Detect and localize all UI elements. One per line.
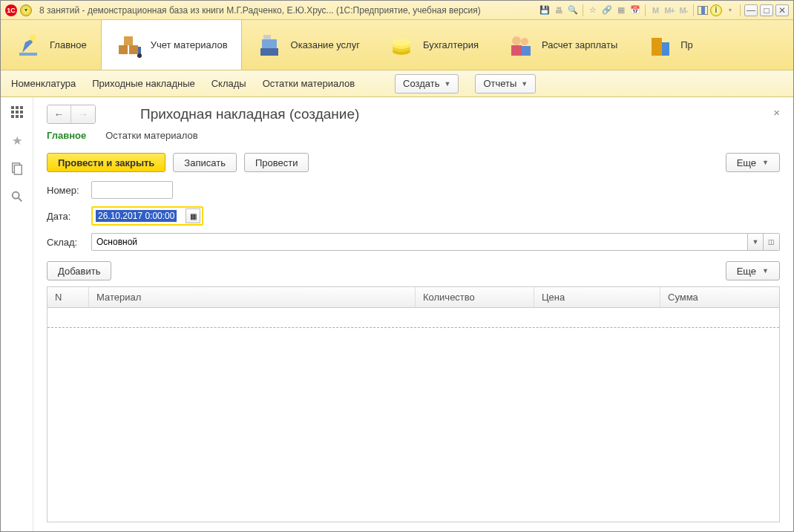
tab-main[interactable]: Главное xyxy=(47,130,86,144)
svg-point-22 xyxy=(12,192,19,199)
tab-balances[interactable]: Остатки материалов xyxy=(105,130,197,144)
ribbon-services[interactable]: Оказание услуг xyxy=(242,20,374,70)
dropdown-icon[interactable]: ▼ xyxy=(747,233,764,251)
m-plus-icon[interactable]: M+ xyxy=(663,4,675,16)
favorite-icon[interactable]: ☆ xyxy=(587,4,599,16)
svg-rect-3 xyxy=(129,45,138,54)
sections-menu-icon[interactable] xyxy=(10,105,24,119)
col-sum[interactable]: Сумма xyxy=(660,287,779,307)
table-more-button[interactable]: Еще▼ xyxy=(726,261,780,280)
open-ref-icon[interactable]: ◫ xyxy=(764,233,780,251)
history-icon[interactable] xyxy=(10,161,24,176)
calendar-picker-icon[interactable]: ▦ xyxy=(186,208,200,223)
svg-point-14 xyxy=(512,36,521,45)
calc-icon[interactable]: ▦ xyxy=(615,4,627,16)
svg-rect-8 xyxy=(262,39,277,48)
info-dropdown-icon[interactable]: ▾ xyxy=(724,4,736,16)
form-toolbar: Провести и закрыть Записать Провести Еще… xyxy=(47,153,780,172)
svg-rect-4 xyxy=(124,36,133,45)
nav-forward-button[interactable]: → xyxy=(71,105,95,123)
date-label: Дата: xyxy=(47,211,84,222)
window-title: 8 занятий - демонстрационная база из кни… xyxy=(39,5,481,16)
command-bar: Номенклатура Приходные накладные Склады … xyxy=(1,70,793,97)
ribbon-label: Бухгалтерия xyxy=(423,39,479,50)
col-n[interactable]: N xyxy=(47,287,89,307)
calendar-icon[interactable]: 📅 xyxy=(629,4,641,16)
warehouse-input[interactable] xyxy=(91,233,747,251)
svg-rect-0 xyxy=(19,53,37,56)
desk-lamp-icon xyxy=(14,31,42,59)
m-icon[interactable]: M xyxy=(649,4,661,16)
reports-dropdown[interactable]: Отчеты▼ xyxy=(475,74,536,93)
svg-line-23 xyxy=(18,198,22,202)
caret-down-icon: ▼ xyxy=(762,267,769,275)
save-button[interactable]: Записать xyxy=(173,153,237,172)
ribbon-label: Оказание услуг xyxy=(291,39,360,50)
svg-rect-16 xyxy=(511,45,522,56)
col-quantity[interactable]: Количество xyxy=(416,287,534,307)
svg-rect-17 xyxy=(522,46,531,56)
form-fields: Номер: Дата: 26.10.2017 0:00:00 ▦ Склад: xyxy=(47,181,780,251)
favorites-icon[interactable] xyxy=(10,133,24,148)
grid-body[interactable] xyxy=(47,308,779,522)
warehouse-label: Склад: xyxy=(47,237,84,248)
cmd-warehouses[interactable]: Склады xyxy=(211,78,246,89)
cmd-balances[interactable]: Остатки материалов xyxy=(263,78,355,89)
maximize-button[interactable]: □ xyxy=(760,4,773,16)
section-ribbon: Главное Учет материалов Оказание услуг Б… xyxy=(1,20,793,70)
info-icon[interactable]: i xyxy=(710,4,722,16)
ribbon-enterprise[interactable]: Пр xyxy=(631,20,707,70)
cash-register-icon xyxy=(255,31,283,59)
post-and-close-button[interactable]: Провести и закрыть xyxy=(47,153,165,172)
minimize-button[interactable]: — xyxy=(744,4,758,16)
boxes-icon xyxy=(115,31,143,59)
save-icon[interactable]: 💾 xyxy=(539,4,551,16)
post-button[interactable]: Провести xyxy=(244,153,309,172)
app-window: 1C ▾ 8 занятий - демонстрационная база и… xyxy=(0,0,794,532)
close-button[interactable]: ✕ xyxy=(775,4,789,16)
form-tabs: Главное Остатки материалов xyxy=(47,130,780,144)
svg-point-13 xyxy=(393,39,410,46)
ribbon-label: Расчет зарплаты xyxy=(542,39,617,50)
number-input[interactable] xyxy=(91,181,173,199)
svg-point-6 xyxy=(137,53,142,58)
ribbon-materials[interactable]: Учет материалов xyxy=(101,20,242,70)
link-icon[interactable]: 🔗 xyxy=(601,4,613,16)
preview-icon[interactable]: 🔍 xyxy=(567,4,579,16)
ribbon-accounting[interactable]: Бухгалтерия xyxy=(374,20,493,70)
svg-rect-19 xyxy=(662,42,669,56)
ribbon-payroll[interactable]: Расчет зарплаты xyxy=(493,20,631,70)
svg-point-15 xyxy=(521,38,528,45)
add-row-button[interactable]: Добавить xyxy=(47,261,111,280)
panel-icon[interactable] xyxy=(698,6,708,15)
svg-point-1 xyxy=(30,35,36,41)
create-dropdown[interactable]: Создать▼ xyxy=(395,74,459,93)
page-title: Приходная накладная (создание) xyxy=(140,106,359,122)
more-button[interactable]: Еще▼ xyxy=(726,153,780,172)
grid-insert-line xyxy=(47,327,779,328)
left-nav xyxy=(1,97,33,531)
search-icon[interactable] xyxy=(10,189,24,204)
ribbon-label: Главное xyxy=(50,39,87,50)
col-material[interactable]: Материал xyxy=(89,287,416,307)
content-area: ← → Приходная накладная (создание) × Гла… xyxy=(33,97,793,531)
row-date: Дата: 26.10.2017 0:00:00 ▦ xyxy=(47,206,780,226)
nav-back-button[interactable]: ← xyxy=(47,105,71,123)
nav-buttons: ← → xyxy=(47,105,96,124)
m-minus-icon[interactable]: M- xyxy=(677,4,689,16)
cmd-nomenclature[interactable]: Номенклатура xyxy=(11,78,76,89)
print-icon[interactable]: 🖶 xyxy=(553,4,565,16)
table-toolbar: Добавить Еще▼ xyxy=(47,261,780,280)
warehouse-select[interactable]: ▼ ◫ xyxy=(91,233,780,251)
materials-grid[interactable]: N Материал Количество Цена Сумма xyxy=(47,286,780,522)
app-menu-dropdown[interactable]: ▾ xyxy=(20,4,32,16)
cmd-receipts[interactable]: Приходные накладные xyxy=(92,78,194,89)
caret-down-icon: ▼ xyxy=(521,80,528,88)
col-price[interactable]: Цена xyxy=(534,287,660,307)
main-area: ← → Приходная накладная (создание) × Гла… xyxy=(1,97,793,531)
svg-rect-9 xyxy=(263,35,271,39)
svg-rect-5 xyxy=(138,47,141,54)
close-form-button[interactable]: × xyxy=(773,106,780,119)
date-input[interactable]: 26.10.2017 0:00:00 ▦ xyxy=(91,206,203,226)
ribbon-main[interactable]: Главное xyxy=(1,20,101,70)
